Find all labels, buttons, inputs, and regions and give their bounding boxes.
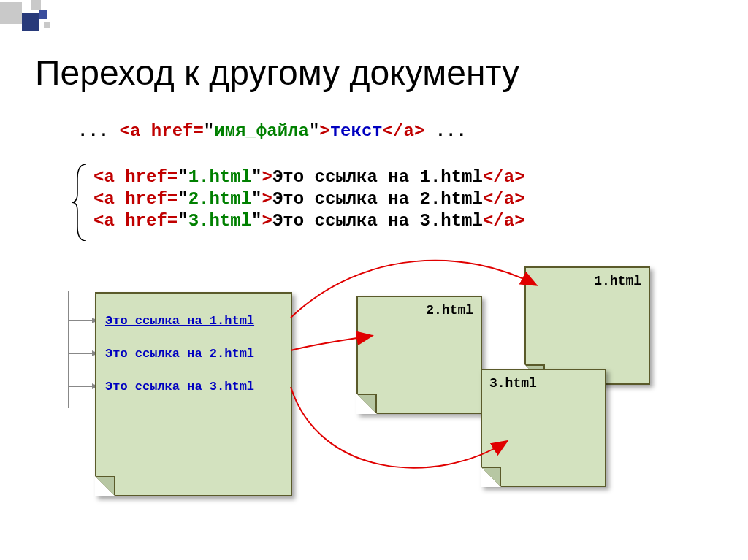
target-document-2: 2.html [356, 296, 482, 414]
target-document-1: 1.html [524, 266, 650, 385]
doc-link-2[interactable]: Это ссылка на 2.html [105, 347, 282, 361]
doc-link-3[interactable]: Это ссылка на 3.html [105, 380, 282, 394]
code-examples: <a href="1.html">Это ссылка на 1.html</a… [94, 166, 525, 232]
slide-title: Переход к другому документу [35, 53, 519, 93]
source-document: Это ссылка на 1.html Это ссылка на 2.htm… [95, 292, 292, 496]
code-line-3: <a href="3.html">Это ссылка на 3.html</a… [94, 210, 525, 232]
target-document-3: 3.html [481, 369, 606, 487]
diagram: Это ссылка на 1.html Это ссылка на 2.htm… [57, 259, 700, 544]
code-line-2: <a href="2.html">Это ссылка на 2.html</a… [94, 188, 525, 210]
code-template: ... <a href="имя_файла">текст</a> ... [77, 120, 467, 142]
doc-label: 1.html [594, 274, 641, 288]
connector-lines-icon [66, 291, 99, 437]
code-line-1: <a href="1.html">Это ссылка на 1.html</a… [94, 166, 525, 188]
corner-decoration [0, 0, 131, 35]
brace-icon [72, 164, 89, 241]
doc-label: 2.html [426, 303, 473, 318]
doc-link-1[interactable]: Это ссылка на 1.html [105, 314, 282, 328]
doc-label: 3.html [489, 376, 537, 391]
